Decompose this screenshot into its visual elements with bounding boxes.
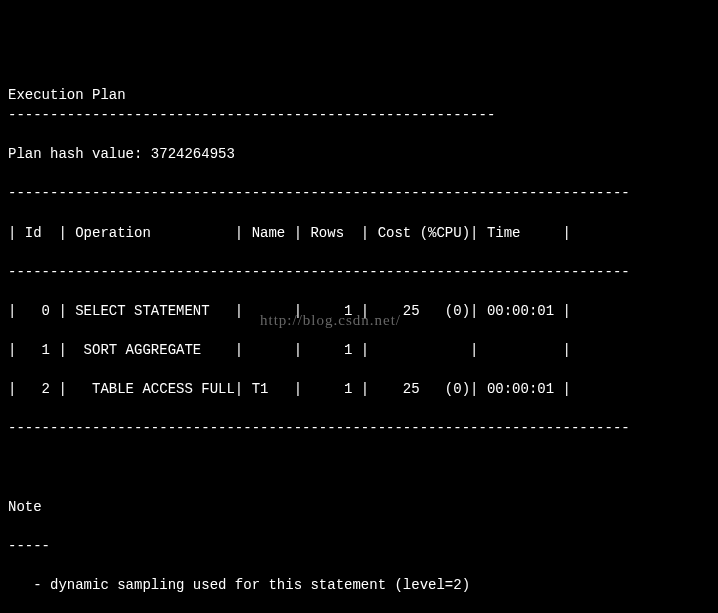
note-dash: -----: [8, 537, 710, 557]
plan-table-border-bottom: ----------------------------------------…: [8, 419, 710, 439]
plan-table-row: | 1 | SORT AGGREGATE | | 1 | | |: [8, 341, 710, 361]
plan-table-header: | Id | Operation | Name | Rows | Cost (%…: [8, 224, 710, 244]
divider: ----------------------------------------…: [8, 106, 710, 126]
plan-table-border-mid: ----------------------------------------…: [8, 263, 710, 283]
note-title: Note: [8, 498, 710, 518]
watermark-text: http://blog.csdn.net/: [260, 310, 401, 331]
plan-table-border-top: ----------------------------------------…: [8, 184, 710, 204]
plan-table-row: | 2 | TABLE ACCESS FULL| T1 | 1 | 25 (0)…: [8, 380, 710, 400]
execution-plan-title: Execution Plan: [8, 86, 710, 106]
plan-hash-value: 3724264953: [151, 146, 235, 162]
plan-hash-label: Plan hash value:: [8, 146, 151, 162]
note-line: - dynamic sampling used for this stateme…: [8, 576, 710, 596]
